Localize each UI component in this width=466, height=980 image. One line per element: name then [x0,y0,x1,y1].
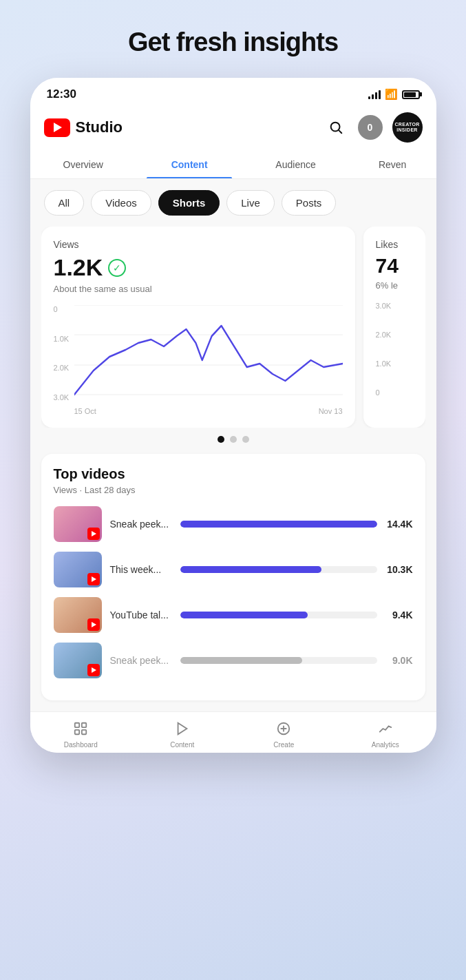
dot-2[interactable] [230,436,237,443]
x-label-start: 15 Oct [74,407,96,415]
main-content: Views 1.2K ✓ About the same as usual 3.0… [30,227,436,711]
likes-subtitle: 6% le [376,280,413,291]
video-bar-fill-4 [180,657,302,664]
dot-3[interactable] [242,436,249,443]
svg-marker-10 [178,723,187,735]
likes-y-1k: 1.0K [376,359,413,368]
create-icon [274,719,293,738]
chip-all[interactable]: All [44,190,85,216]
svg-rect-7 [82,723,86,727]
video-title-2: This week... [110,564,172,575]
youtube-studio-logo: Studio [44,118,123,137]
views-label: Views [54,239,343,250]
studio-label: Studio [76,118,123,136]
y-label-3k: 3.0K [54,393,70,402]
tab-audience[interactable]: Audience [242,151,348,178]
notification-badge[interactable]: 0 [358,115,383,140]
video-bar-2 [180,566,377,573]
status-bar: 12:30 📶 [30,78,436,107]
youtube-logo-icon [44,118,70,137]
status-check-icon: ✓ [108,259,126,277]
chip-posts[interactable]: Posts [282,190,337,216]
video-row[interactable]: This week... 10.3K [54,552,413,587]
chip-shorts[interactable]: Shorts [158,190,220,216]
search-button[interactable] [324,115,348,140]
battery-icon [402,90,420,99]
likes-label: Likes [376,239,413,250]
chip-videos[interactable]: Videos [91,190,151,216]
video-bar-1 [180,521,377,528]
video-count-4: 9.0K [385,655,413,666]
video-bar-fill-3 [180,612,308,618]
video-thumbnail-3 [54,597,102,633]
top-videos-card: Top videos Views · Last 28 days Sneak pe… [41,454,425,700]
dot-1[interactable] [218,436,224,443]
dashboard-icon [71,719,90,738]
views-chart: 3.0K 2.0K 1.0K 0 [54,305,343,415]
shorts-icon-4 [87,664,100,676]
shorts-icon-1 [87,528,100,540]
notification-count: 0 [368,122,373,133]
svg-rect-9 [82,730,86,734]
filter-row: All Videos Shorts Live Posts [30,179,436,227]
nav-analytics-label: Analytics [372,741,399,749]
nav-dashboard[interactable]: Dashboard [30,719,132,749]
video-bar-fill-2 [180,566,322,573]
status-time: 12:30 [47,87,76,101]
video-title-1: Sneak peek... [110,519,172,530]
nav-content-label: Content [170,741,194,749]
carousel-dots [41,428,425,448]
creator-insider-badge[interactable]: CREATORINSIDER [392,112,423,143]
y-label-0: 0 [54,305,70,313]
bottom-nav: Dashboard Content Create [30,711,436,753]
video-bar-4 [180,657,377,664]
creator-badge-label: CREATORINSIDER [394,122,419,134]
signal-icon [368,90,381,99]
svg-line-1 [339,130,341,133]
app-header: Studio 0 CREATORINSIDER [30,107,436,151]
nav-tabs: Overview Content Audience Reven [30,151,436,179]
likes-y-2k: 2.0K [376,331,413,339]
video-count-2: 10.3K [385,564,413,575]
tab-overview[interactable]: Overview [30,151,136,178]
x-label-end: Nov 13 [319,407,343,415]
video-title-3: YouTube tal... [110,609,172,621]
nav-create-label: Create [273,741,294,749]
likes-y-3k: 3.0K [376,302,413,310]
likes-value: 74 [376,254,413,278]
tab-content[interactable]: Content [136,151,242,178]
shorts-icon-2 [87,573,100,585]
wifi-icon: 📶 [385,88,398,101]
analytics-icon [376,719,395,738]
video-thumbnail-4 [54,643,102,678]
cards-row: Views 1.2K ✓ About the same as usual 3.0… [41,227,425,428]
svg-rect-6 [75,723,79,727]
video-row[interactable]: Sneak peek... 9.0K [54,643,413,678]
video-title-4: Sneak peek... [110,655,172,666]
views-subtitle: About the same as usual [54,284,343,294]
chart-y-labels: 3.0K 2.0K 1.0K 0 [54,305,70,402]
y-label-1k: 1.0K [54,335,70,343]
chip-live[interactable]: Live [226,190,275,216]
video-count-3: 9.4K [385,609,413,621]
video-thumbnail-1 [54,506,102,542]
video-row[interactable]: YouTube tal... 9.4K [54,597,413,633]
likes-card: Likes 74 6% le 3.0K 2.0K 1.0K 0 [363,227,425,428]
video-thumbnail-2 [54,552,102,587]
nav-dashboard-label: Dashboard [64,741,98,749]
video-bar-fill-1 [180,521,377,528]
nav-create[interactable]: Create [233,719,335,749]
y-label-2k: 2.0K [54,364,70,372]
tab-revenue[interactable]: Reven [349,151,436,178]
chart-area [74,305,343,402]
video-row[interactable]: Sneak peek... 14.4K [54,506,413,542]
status-icons: 📶 [368,88,420,101]
likes-y-0: 0 [376,388,413,397]
views-card: Views 1.2K ✓ About the same as usual 3.0… [41,227,355,428]
nav-content[interactable]: Content [131,719,233,749]
nav-analytics[interactable]: Analytics [335,719,436,749]
header-actions: 0 CREATORINSIDER [324,112,423,143]
phone-frame: 12:30 📶 Studio 0 [30,78,436,753]
chart-x-labels: 15 Oct Nov 13 [74,407,343,415]
views-value: 1.2K [54,254,103,281]
